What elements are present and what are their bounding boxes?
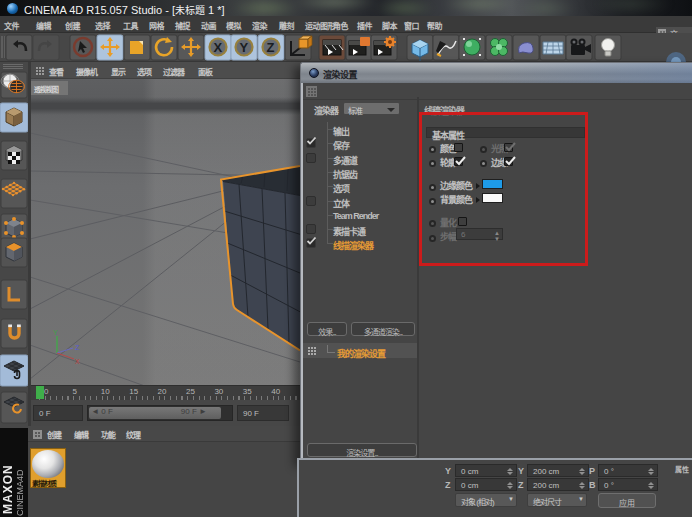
- svg-text:Z: Z: [267, 40, 275, 55]
- svg-text:Y: Y: [240, 40, 249, 55]
- svg-text:Z: Z: [75, 344, 80, 351]
- svg-text:Y: Y: [53, 329, 58, 336]
- svg-text:X: X: [214, 40, 223, 55]
- svg-text:X: X: [75, 358, 80, 365]
